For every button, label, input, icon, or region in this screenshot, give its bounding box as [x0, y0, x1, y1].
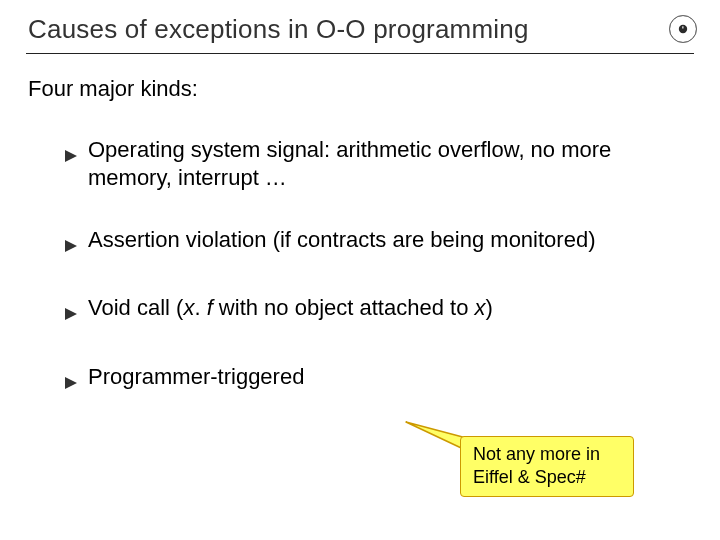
intro-text: Four major kinds:: [28, 76, 692, 102]
list-item: Assertion violation (if contracts are be…: [64, 226, 692, 260]
svg-point-2: [679, 24, 687, 32]
list-item-text: Void call (x. f with no object attached …: [88, 294, 692, 322]
list-item: Operating system signal: arithmetic over…: [64, 136, 692, 192]
text-fragment: .: [194, 295, 206, 320]
callout-box: Not any more in Eiffel & Spec#: [460, 436, 634, 497]
svg-rect-3: [682, 26, 683, 28]
variable-x: x: [474, 295, 485, 320]
triangle-right-icon: [64, 300, 78, 328]
list-item: Programmer-triggered: [64, 363, 692, 397]
slide-title: Causes of exceptions in O-O programming: [28, 14, 529, 45]
svg-marker-7: [65, 377, 77, 389]
svg-marker-4: [65, 150, 77, 162]
title-divider: [26, 53, 694, 54]
text-fragment: Void call (: [88, 295, 183, 320]
callout: Not any more in Eiffel & Spec#: [404, 418, 684, 508]
triangle-right-icon: [64, 232, 78, 260]
slide: Causes of exceptions in O-O programming …: [0, 0, 720, 540]
bullet-list: Operating system signal: arithmetic over…: [28, 136, 692, 397]
triangle-right-icon: [64, 142, 78, 170]
list-item: Void call (x. f with no object attached …: [64, 294, 692, 328]
logo-icon: [668, 14, 698, 44]
svg-marker-5: [65, 240, 77, 252]
triangle-right-icon: [64, 369, 78, 397]
callout-text: Not any more in Eiffel & Spec#: [473, 444, 600, 487]
text-fragment: ): [485, 295, 492, 320]
variable-x: x: [183, 295, 194, 320]
list-item-text: Assertion violation (if contracts are be…: [88, 226, 692, 254]
title-row: Causes of exceptions in O-O programming: [28, 14, 692, 45]
svg-marker-6: [65, 308, 77, 320]
text-fragment: with no object attached to: [213, 295, 475, 320]
list-item-text: Programmer-triggered: [88, 363, 692, 391]
list-item-text: Operating system signal: arithmetic over…: [88, 136, 692, 192]
